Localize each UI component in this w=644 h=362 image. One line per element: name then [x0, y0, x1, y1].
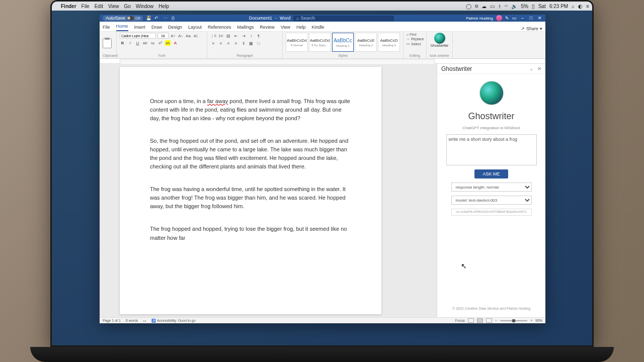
- status-wifi-icon[interactable]: ⌔: [505, 4, 508, 9]
- model-select[interactable]: model: text-davinci-003: [451, 196, 532, 205]
- italic-button[interactable]: I: [127, 40, 133, 46]
- ask-me-button[interactable]: ASK ME: [474, 169, 508, 178]
- font-size-select[interactable]: [157, 33, 169, 39]
- menu-file[interactable]: File: [82, 4, 90, 9]
- menu-view[interactable]: View: [108, 4, 119, 9]
- style-item[interactable]: AaBbCcEHeading 2: [355, 33, 377, 52]
- styles-gallery[interactable]: AaBbCcDd¶ NormalAaBbCcDd¶ No Spac...AaBb…: [286, 33, 400, 52]
- active-app-name[interactable]: Finder: [61, 4, 76, 9]
- align-center-icon[interactable]: ≡: [218, 40, 224, 46]
- menu-help[interactable]: Help: [158, 4, 169, 9]
- spotlight-icon[interactable]: ⌕: [572, 4, 575, 9]
- grow-font-icon[interactable]: A↑: [170, 33, 176, 39]
- tab-layout[interactable]: Layout: [188, 23, 202, 31]
- document-page[interactable]: Once upon a time, in a far away pond, th…: [120, 67, 381, 314]
- notifications-icon[interactable]: ≡: [586, 4, 589, 9]
- tab-home[interactable]: Home: [116, 22, 128, 31]
- numbering-icon[interactable]: 1≡: [218, 33, 224, 39]
- save-icon[interactable]: 💾: [146, 16, 151, 21]
- status-obs-icon[interactable]: ◯: [466, 4, 471, 9]
- zoom-in-icon[interactable]: +: [530, 319, 532, 322]
- web-layout-icon[interactable]: [486, 318, 492, 323]
- sort-icon[interactable]: ↕: [248, 33, 254, 39]
- shrink-font-icon[interactable]: A↓: [178, 33, 184, 39]
- font-color-button[interactable]: A: [173, 40, 178, 46]
- redo-icon[interactable]: ⋯: [163, 16, 169, 21]
- ribbon-minimize-icon[interactable]: ▭: [512, 16, 517, 21]
- shading-icon[interactable]: ▦: [248, 40, 254, 46]
- maximize-button[interactable]: □: [528, 16, 534, 21]
- user-avatar[interactable]: [496, 15, 502, 21]
- style-item[interactable]: AaBbCcDd¶ No Spac...: [309, 33, 331, 52]
- underline-button[interactable]: U: [135, 40, 140, 46]
- share-button[interactable]: ↗ Share ▾: [521, 26, 542, 31]
- paste-button[interactable]: [103, 38, 112, 48]
- response-length-select[interactable]: response length: normal: [451, 183, 532, 192]
- tab-references[interactable]: References: [208, 23, 231, 31]
- focus-mode[interactable]: Focus: [455, 319, 465, 322]
- ghostwriter-ribbon-button[interactable]: Ghostwriter: [430, 33, 449, 47]
- tab-draw[interactable]: Draw: [151, 23, 162, 31]
- close-icon[interactable]: ✕: [537, 66, 541, 71]
- strike-button[interactable]: ab: [142, 40, 148, 46]
- word-count[interactable]: 0 words: [126, 319, 138, 322]
- close-button[interactable]: ✕: [537, 16, 542, 21]
- zoom-out-icon[interactable]: −: [495, 319, 497, 322]
- align-left-icon[interactable]: ≡: [210, 40, 216, 46]
- font-family-select[interactable]: [120, 33, 156, 39]
- page-count[interactable]: Page 1 of 1: [103, 319, 121, 322]
- spellcheck-icon[interactable]: ▭: [143, 319, 146, 323]
- show-marks-icon[interactable]: ¶: [256, 33, 262, 39]
- minimize-button[interactable]: –: [520, 16, 525, 21]
- justify-icon[interactable]: ≡: [233, 40, 239, 46]
- menu-go[interactable]: Go: [124, 4, 130, 9]
- status-creative-icon[interactable]: ☁: [481, 4, 487, 9]
- chevron-down-icon[interactable]: ⌄: [529, 66, 533, 71]
- tab-review[interactable]: Review: [260, 23, 275, 31]
- borders-icon[interactable]: □: [256, 40, 262, 46]
- search-box[interactable]: ⌕ Search: [293, 16, 394, 21]
- user-name[interactable]: Patrick Husting: [466, 16, 493, 21]
- replace-button[interactable]: ↔ Replace: [407, 37, 423, 41]
- tab-view[interactable]: View: [281, 23, 290, 31]
- highlight-button[interactable]: ab: [165, 40, 171, 46]
- read-mode-icon[interactable]: [468, 318, 474, 323]
- tab-mailings[interactable]: Mailings: [237, 23, 254, 31]
- tab-insert[interactable]: Insert: [134, 23, 146, 31]
- bold-button[interactable]: B: [120, 40, 125, 46]
- line-spacing-icon[interactable]: ⇕: [240, 40, 247, 46]
- tab-file[interactable]: File: [103, 23, 110, 31]
- print-layout-icon[interactable]: [477, 318, 483, 323]
- siri-icon[interactable]: ◐: [578, 4, 583, 9]
- status-battery-icon[interactable]: ▯: [532, 4, 535, 9]
- subscript-button[interactable]: x₂: [150, 40, 155, 46]
- menu-edit[interactable]: Edit: [95, 4, 103, 9]
- zoom-level[interactable]: 90%: [535, 319, 542, 322]
- tab-help[interactable]: Help: [296, 23, 306, 31]
- style-item[interactable]: AaBbCcHeading 1: [332, 33, 354, 52]
- status-dropbox-icon[interactable]: ⧈: [475, 3, 478, 9]
- tab-kindle[interactable]: Kindle: [312, 23, 325, 31]
- change-case-icon[interactable]: Aa: [185, 33, 191, 39]
- status-ps-icon[interactable]: ▭: [490, 4, 495, 9]
- undo-icon[interactable]: ↶: [154, 16, 160, 21]
- menu-window[interactable]: Window: [136, 4, 154, 9]
- coming-soon-icon[interactable]: ✎: [505, 16, 509, 21]
- multilevel-icon[interactable]: ▤: [225, 33, 231, 39]
- prompt-input[interactable]: [446, 134, 537, 165]
- outdent-icon[interactable]: ⇤: [233, 33, 239, 39]
- align-right-icon[interactable]: ≡: [225, 40, 231, 46]
- autosave-toggle[interactable]: AutoSave Off: [103, 16, 143, 21]
- select-button[interactable]: ▭ Select: [407, 42, 423, 46]
- style-item[interactable]: AaBbCcDd¶ Normal: [286, 33, 308, 52]
- indent-icon[interactable]: ⇥: [240, 33, 247, 39]
- style-item[interactable]: AaBbCcDHeading 3: [378, 33, 400, 52]
- bullets-icon[interactable]: ⋮≡: [210, 33, 216, 39]
- api-key-field[interactable]: sk-mu0gP4Lz4FBUN1DvONT3BlbkFJE2pDhmAR7o: [451, 209, 532, 216]
- zoom-slider[interactable]: [500, 320, 527, 321]
- tab-design[interactable]: Design: [168, 23, 182, 31]
- superscript-button[interactable]: x²: [157, 40, 163, 46]
- clear-format-icon[interactable]: A⃠: [193, 33, 199, 39]
- status-sound-icon[interactable]: 🔉: [511, 4, 517, 9]
- status-battery-pct[interactable]: 5%: [521, 4, 528, 9]
